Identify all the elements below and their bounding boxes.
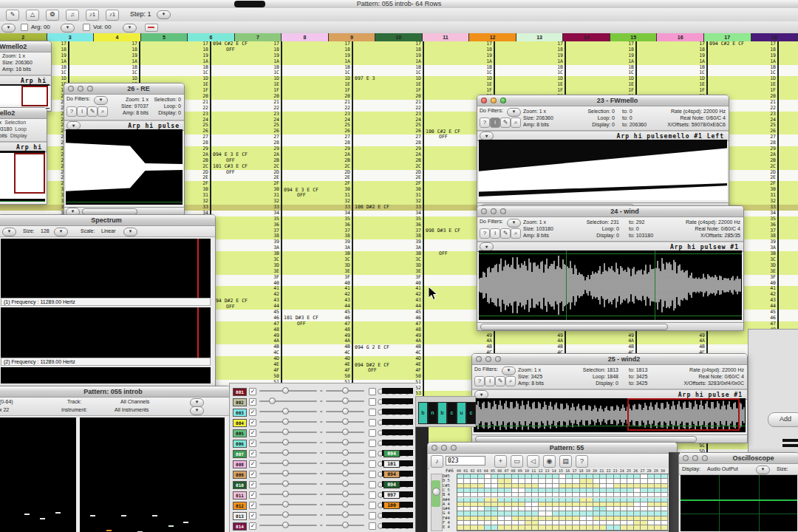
pianoroll-cell[interactable] bbox=[519, 525, 525, 530]
pattern-row[interactable]: 43 bbox=[779, 298, 798, 304]
pattern-row[interactable]: 4F bbox=[353, 368, 423, 374]
instrument-dropdown[interactable]: ▼ bbox=[190, 406, 204, 415]
pattern-row[interactable]: 3C bbox=[353, 257, 423, 263]
pattern-row[interactable]: 4E bbox=[282, 362, 352, 368]
zoom-window-icon[interactable] bbox=[87, 86, 93, 92]
pattern-row[interactable]: 50 bbox=[282, 374, 352, 380]
volume-slider[interactable] bbox=[259, 387, 317, 395]
waveform-panel[interactable] bbox=[479, 140, 727, 200]
pattern-row[interactable]: 1C bbox=[495, 70, 565, 76]
pattern-row[interactable]: 32 bbox=[211, 199, 281, 205]
pencil-tool-button[interactable]: ✎ bbox=[500, 117, 511, 128]
pattern-overview-left[interactable] bbox=[0, 417, 76, 532]
pattern-row[interactable]: 49 bbox=[637, 333, 706, 339]
option-checkbox[interactable] bbox=[369, 522, 376, 530]
waveform-panel[interactable] bbox=[66, 129, 183, 205]
pattern-row[interactable]: 1A bbox=[708, 59, 777, 65]
volume-slider[interactable] bbox=[259, 460, 317, 467]
pattern-row[interactable]: 1A bbox=[211, 59, 281, 65]
pattern-row[interactable]: 17 bbox=[637, 41, 706, 47]
minimize-icon[interactable] bbox=[491, 98, 497, 103]
channel-header-segment[interactable]: 12 bbox=[469, 33, 516, 41]
pattern-row[interactable]: 30 bbox=[211, 187, 281, 193]
pattern-row[interactable]: 24 bbox=[282, 117, 352, 123]
left-dropdown[interactable]: ▼ bbox=[1, 24, 16, 33]
pattern-row[interactable]: 1A bbox=[69, 59, 139, 65]
select-tool-button[interactable]: I bbox=[77, 106, 87, 117]
pattern-row[interactable]: 1F bbox=[779, 88, 798, 94]
pattern-row[interactable]: 34 bbox=[779, 211, 798, 216]
pattern-row[interactable]: 36 bbox=[282, 222, 352, 228]
pattern-row[interactable]: 40 bbox=[282, 281, 352, 287]
pattern-row[interactable]: 37 bbox=[353, 228, 423, 234]
pattern-row[interactable]: 1B bbox=[708, 65, 777, 71]
zoom-window-icon[interactable] bbox=[451, 445, 457, 451]
channel-badge[interactable]: 003 bbox=[233, 409, 247, 417]
pattern-row[interactable]: 3C bbox=[211, 257, 281, 263]
select-tool-button[interactable]: I bbox=[490, 117, 500, 128]
help-tool-button[interactable]: ? bbox=[66, 106, 77, 117]
pattern-row[interactable]: 21 bbox=[282, 100, 352, 106]
pattern-row[interactable]: 25 bbox=[211, 123, 281, 129]
waveform-panel[interactable] bbox=[474, 398, 746, 432]
selection-rect[interactable] bbox=[21, 86, 48, 106]
channel-enable-checkbox[interactable]: ✓ bbox=[249, 481, 256, 488]
pattern-row[interactable]: 2C bbox=[353, 164, 423, 170]
pattern-row[interactable]: 3C bbox=[282, 257, 352, 263]
pianoroll-cell[interactable] bbox=[573, 525, 579, 530]
pattern-row[interactable]: 35 bbox=[282, 216, 352, 222]
pattern-row[interactable]: 2D bbox=[779, 170, 798, 176]
window-pattern-55[interactable]: Pattern: 55 ♪ +▭◁◉▤? F#6 D#5D 5C#5C 5B 4… bbox=[427, 442, 678, 532]
scale-dropdown[interactable]: ▼ bbox=[123, 228, 137, 236]
pan-slider[interactable] bbox=[326, 470, 364, 477]
pattern-row[interactable]: 33 bbox=[282, 205, 352, 211]
pattern-row[interactable]: 17 bbox=[353, 41, 423, 47]
slider-thumb[interactable] bbox=[269, 398, 276, 404]
pattern-row[interactable]: 44 bbox=[779, 304, 798, 310]
pattern-row[interactable]: 20 bbox=[282, 94, 352, 100]
pattern-row[interactable]: 36 bbox=[211, 222, 281, 228]
volume-slider[interactable] bbox=[259, 501, 317, 508]
pattern-row[interactable]: 24 bbox=[779, 117, 798, 123]
pattern-row[interactable]: 1B bbox=[424, 65, 494, 71]
slider-thumb[interactable] bbox=[282, 460, 289, 466]
option-checkbox[interactable] bbox=[369, 502, 376, 509]
pan-slider[interactable] bbox=[326, 491, 364, 498]
channel-badge[interactable]: 011 bbox=[233, 491, 247, 499]
pattern-row[interactable]: 30 bbox=[779, 187, 798, 193]
pattern-row[interactable]: 3F bbox=[211, 275, 281, 281]
select-tool-button[interactable]: I bbox=[490, 228, 500, 239]
pianoroll-cell[interactable] bbox=[641, 525, 647, 530]
pianoroll-cell[interactable] bbox=[648, 525, 655, 530]
do-filters-dropdown[interactable]: ▼ bbox=[507, 108, 521, 117]
channel-enable-checkbox[interactable]: ✓ bbox=[249, 398, 256, 406]
pattern-row[interactable]: 1D bbox=[282, 76, 352, 82]
pattern-row[interactable]: 1C bbox=[140, 70, 210, 76]
pattern-row[interactable]: 1D bbox=[566, 76, 635, 82]
channel-header-segment[interactable]: 5 bbox=[141, 33, 188, 41]
pattern-row[interactable]: 31 bbox=[779, 193, 798, 199]
pattern-row[interactable]: 4A bbox=[566, 338, 635, 344]
pattern-row[interactable]: 4A bbox=[637, 338, 706, 344]
pencil-icon[interactable]: ✎ bbox=[6, 10, 19, 21]
pattern-row[interactable]: 33 bbox=[0, 205, 68, 211]
pattern-row[interactable]: 34 bbox=[211, 211, 281, 216]
pianoroll-cell[interactable] bbox=[478, 525, 485, 530]
slider-thumb[interactable] bbox=[282, 408, 289, 415]
pattern-row[interactable]: 38 bbox=[282, 233, 352, 239]
pattern-row[interactable]: 2F bbox=[353, 181, 423, 187]
pattern-row[interactable]: 43 bbox=[353, 298, 423, 304]
pattern-row[interactable]: 3B bbox=[282, 251, 352, 257]
channel-header-segment[interactable]: 14 bbox=[563, 33, 610, 41]
pattern-row[interactable]: 29 bbox=[779, 146, 798, 152]
pattern-row[interactable]: 1D bbox=[140, 76, 210, 82]
note-event[interactable]: 097 E 3 bbox=[355, 76, 375, 82]
pattern-row[interactable]: 2E bbox=[282, 175, 352, 181]
pattern-row[interactable]: 37 bbox=[779, 228, 798, 234]
vertical-scrollbar[interactable] bbox=[431, 474, 443, 531]
pattern-row[interactable]: 1C bbox=[282, 70, 352, 76]
pan-slider[interactable] bbox=[326, 460, 364, 467]
channel-badge[interactable]: 005 bbox=[233, 429, 247, 437]
option-checkbox[interactable] bbox=[369, 388, 376, 395]
volume-slider[interactable] bbox=[259, 429, 317, 436]
